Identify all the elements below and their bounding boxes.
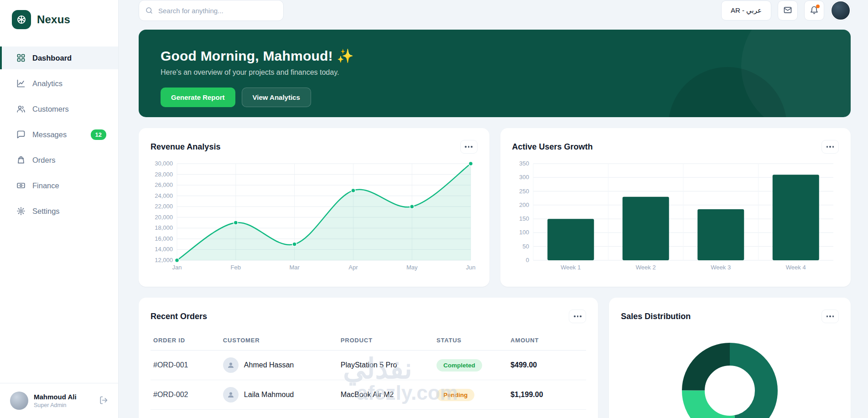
users-bar-chart: 050100150200250300350Week 1Week 2Week 3W… <box>512 159 839 273</box>
card-title: Recent Orders <box>151 312 207 321</box>
user-name: Mahmoud Ali <box>34 393 77 401</box>
gear-icon <box>16 206 26 216</box>
users-more-options-button[interactable] <box>821 140 839 154</box>
view-analytics-button[interactable]: View Analytics <box>242 88 311 107</box>
generate-report-button[interactable]: Generate Report <box>161 88 235 107</box>
card-title: Revenue Analysis <box>151 142 220 152</box>
svg-text:30,000: 30,000 <box>155 160 173 167</box>
svg-text:300: 300 <box>519 174 529 181</box>
ellipsis-icon <box>826 315 834 317</box>
table-row[interactable]: #ORD-002 Laila Mahmoud MacBook Air M2 <box>151 380 586 410</box>
svg-text:18,000: 18,000 <box>155 224 173 231</box>
mail-icon <box>783 5 792 16</box>
svg-text:Week 3: Week 3 <box>711 264 731 271</box>
status-badge: Pending <box>437 389 474 401</box>
svg-text:350: 350 <box>519 160 529 167</box>
banknote-icon <box>16 181 26 190</box>
sidebar-item-finance[interactable]: Finance <box>0 174 118 197</box>
sidebar-item-label: Settings <box>32 207 60 216</box>
svg-text:26,000: 26,000 <box>155 181 173 188</box>
order-id: #ORD-001 <box>151 351 220 380</box>
sidebar-nav: Dashboard Analytics Customers Messages 1… <box>0 46 118 222</box>
svg-text:20,000: 20,000 <box>155 214 173 221</box>
column-header: Amount <box>508 331 586 351</box>
svg-text:250: 250 <box>519 188 529 195</box>
order-id: #ORD-002 <box>151 380 220 410</box>
search-input[interactable] <box>139 0 284 21</box>
svg-text:50: 50 <box>522 243 529 250</box>
chart-line-icon <box>16 79 26 88</box>
shopping-bag-icon <box>16 155 26 165</box>
ellipsis-icon <box>465 146 473 148</box>
svg-text:Mar: Mar <box>289 264 300 271</box>
svg-text:14,000: 14,000 <box>155 246 173 253</box>
customer-name: Ahmed Hassan <box>244 361 294 369</box>
status-badge: Completed <box>437 359 482 372</box>
svg-text:Jun: Jun <box>466 264 476 271</box>
product-name: MacBook Air M2 <box>338 380 434 410</box>
language-switcher-button[interactable]: AR - عربي <box>721 0 771 21</box>
orders-table: Order ID Customer Product Status Amount … <box>151 331 586 410</box>
svg-text:Week 1: Week 1 <box>561 264 581 271</box>
sidebar: Nexus Dashboard Analytics Customers Mess… <box>0 0 119 418</box>
ellipsis-icon <box>826 146 834 148</box>
column-header: Status <box>434 331 508 351</box>
sidebar-item-messages[interactable]: Messages 12 <box>0 123 118 146</box>
main-area: AR - عربي Good Morning, Mahmoud! ✨ Here'… <box>119 0 868 418</box>
sidebar-item-analytics[interactable]: Analytics <box>0 72 118 95</box>
sales-donut-chart <box>675 336 785 418</box>
topbar: AR - عربي <box>119 0 868 21</box>
nexus-logo-icon <box>12 10 31 29</box>
column-header: Product <box>338 331 434 351</box>
sidebar-item-settings[interactable]: Settings <box>0 200 118 222</box>
sidebar-item-label: Analytics <box>32 79 62 88</box>
revenue-analysis-card: Revenue Analysis JanFebMarAprMayJun12,00… <box>139 128 489 287</box>
dashboard-content: Good Morning, Mahmoud! ✨ Here's an overv… <box>119 21 868 418</box>
sparkle-emoji: ✨ <box>337 48 354 63</box>
svg-text:Week 4: Week 4 <box>785 264 806 271</box>
customer-avatar-icon <box>223 387 239 403</box>
sidebar-item-label: Messages <box>32 130 67 139</box>
greeting-title: Good Morning, Mahmoud! ✨ <box>161 48 829 64</box>
sidebar-item-label: Finance <box>32 181 59 190</box>
svg-text:May: May <box>406 264 418 271</box>
profile-avatar[interactable] <box>831 0 851 21</box>
sidebar-item-orders[interactable]: Orders <box>0 149 118 171</box>
product-name: PlayStation 5 Pro <box>338 351 434 380</box>
svg-text:Apr: Apr <box>348 264 358 271</box>
sidebar-user-card: Mahmoud Ali Super Admin <box>0 383 118 418</box>
svg-text:22,000: 22,000 <box>155 203 173 210</box>
sales-more-options-button[interactable] <box>821 310 839 323</box>
search-box <box>139 0 284 21</box>
app-title: Nexus <box>37 13 70 26</box>
orders-table-header: Order ID Customer Product Status Amount <box>151 331 586 351</box>
mail-button[interactable] <box>778 0 798 21</box>
svg-text:Feb: Feb <box>231 264 241 271</box>
revenue-more-options-button[interactable] <box>460 140 478 154</box>
notifications-button[interactable] <box>804 0 824 21</box>
active-users-card: Active Users Growth 05010015020025030035… <box>500 128 851 287</box>
svg-text:24,000: 24,000 <box>155 192 173 199</box>
svg-text:200: 200 <box>519 201 529 208</box>
sales-distribution-card: Sales Distribution <box>609 298 851 418</box>
column-header: Customer <box>220 331 338 351</box>
card-title: Sales Distribution <box>621 312 691 321</box>
revenue-line-chart: JanFebMarAprMayJun12,00014,00016,00018,0… <box>151 159 477 273</box>
sidebar-item-dashboard[interactable]: Dashboard <box>0 46 118 69</box>
welcome-banner: Good Morning, Mahmoud! ✨ Here's an overv… <box>139 30 851 117</box>
table-row[interactable]: #ORD-001 Ahmed Hassan PlayStation 5 Pro <box>151 351 586 380</box>
svg-text:12,000: 12,000 <box>155 257 173 263</box>
sidebar-item-customers[interactable]: Customers <box>0 98 118 120</box>
svg-text:Week 2: Week 2 <box>635 264 655 271</box>
column-header: Order ID <box>151 331 220 351</box>
orders-more-options-button[interactable] <box>569 310 586 323</box>
order-amount: $1,199.00 <box>508 380 586 410</box>
card-title: Active Users Growth <box>512 142 593 152</box>
customer-name: Laila Mahmoud <box>244 391 294 399</box>
svg-text:16,000: 16,000 <box>155 235 173 242</box>
logout-button[interactable] <box>99 396 108 406</box>
logout-icon <box>99 396 108 406</box>
app-logo: Nexus <box>0 0 118 38</box>
svg-text:100: 100 <box>519 229 529 236</box>
svg-text:Jan: Jan <box>172 264 182 271</box>
